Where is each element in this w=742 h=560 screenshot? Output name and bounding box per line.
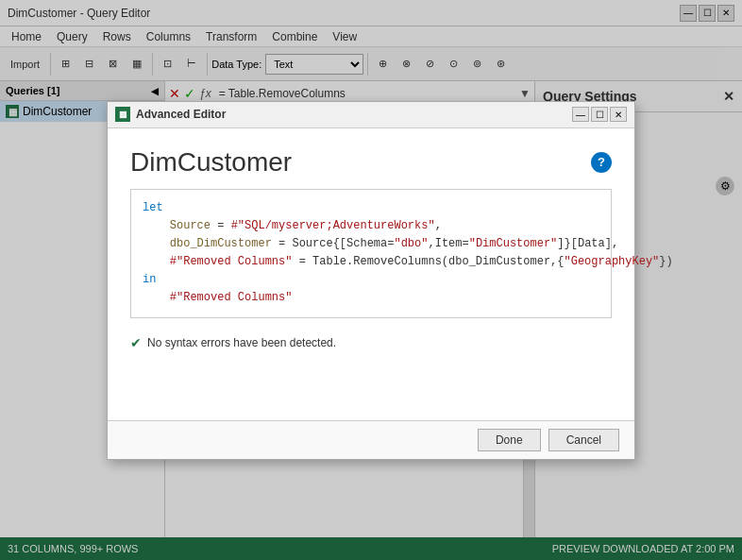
dialog-body: DimCustomer ? let Source = #"SQL/myserve… [108,128,634,420]
cancel-button[interactable]: Cancel [548,429,619,451]
code-line-4: #"Removed Columns" = Table.RemoveColumns… [143,253,599,271]
syntax-status-text: No syntax errors have been detected. [147,336,336,349]
dialog-query-name: DimCustomer ? [130,147,612,178]
code-line-6: #"Removed Columns" [143,289,599,307]
syntax-status: ✔ No syntax errors have been detected. [130,330,612,356]
dialog-app-icon: ▦ [115,107,130,122]
dialog-footer: Done Cancel [108,420,634,459]
code-line-2: Source = #"SQL/myserver;AdventureWorks", [143,217,599,235]
code-line-3: dbo_DimCustomer = Source{[Schema="dbo",I… [143,235,599,253]
dialog-overlay: ▦ Advanced Editor — ☐ ✕ DimCustomer ? le… [0,0,742,560]
dialog-title-text: Advanced Editor [136,108,226,121]
code-line-1: let [143,199,599,217]
code-editor[interactable]: let Source = #"SQL/myserver;AdventureWor… [130,189,612,318]
dialog-minimize-button[interactable]: — [572,107,589,122]
dialog-window-controls: — ☐ ✕ [572,107,627,122]
dialog-close-button[interactable]: ✕ [610,107,627,122]
dialog-titlebar: ▦ Advanced Editor — ☐ ✕ [108,102,634,128]
advanced-editor-dialog: ▦ Advanced Editor — ☐ ✕ DimCustomer ? le… [107,101,635,460]
done-button[interactable]: Done [478,429,541,451]
help-icon[interactable]: ? [591,152,612,173]
code-line-5: in [143,271,599,289]
check-icon: ✔ [130,335,142,350]
dialog-maximize-button[interactable]: ☐ [591,107,608,122]
dialog-title-left: ▦ Advanced Editor [115,107,226,122]
dialog-query-name-text: DimCustomer [130,147,292,178]
